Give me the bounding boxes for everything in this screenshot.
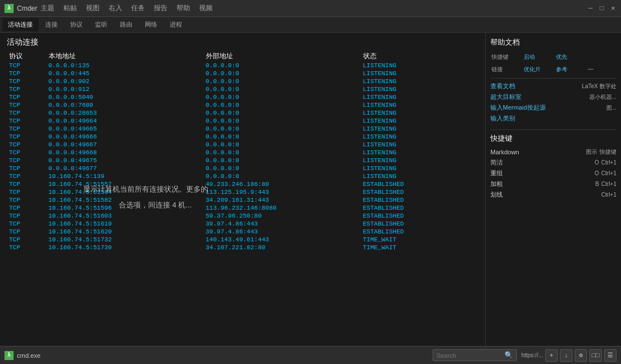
add-tab-button[interactable]: + [545,349,558,362]
divider-2 [490,129,616,130]
header-local: 本地地址 [46,51,204,62]
table-row: TCP 0.0.0.0:49666 0.0.0.0:0 LISTENING [7,133,478,141]
shortcut-label-strike: 划线 [490,190,597,199]
help-link-label-3[interactable]: 输入Mermaid按起源 [490,103,604,112]
status-cmd-label: cmd.exe [17,352,41,359]
shortcut-detail-simple: Ctrl+1 [601,159,616,166]
tab-network[interactable]: 网络 [139,18,163,31]
table-row: TCP 0.0.0.0:5040 0.0.0.0:0 LISTENING [7,93,478,101]
status-icon: λ [5,351,14,360]
cell-state: ESTABLISHED [361,188,479,196]
cell-local: 10.160.74.5:51557 [46,180,204,188]
search-icon[interactable]: 🔍 [504,351,513,359]
settings-button[interactable]: ⚙ [575,349,587,362]
cell-foreign: 0.0.0.0:0 [204,85,361,93]
status-url: https://... [521,352,543,358]
shortcut-key-simple: O [594,159,599,166]
help-section: 帮助文档 快捷键 启动 优先 链接 优化片 参考 — 查看文档 LaTeX 数字… [490,37,616,123]
cell-state: ESTABLISHED [361,228,479,236]
menu-video[interactable]: 视频 [199,3,213,13]
cell-state: LISTENING [361,77,479,85]
cell-local: 0.0.0.0:49675 [46,157,204,164]
table-row: TCP 10.160.74.5:51564 113.125.195.9:443 … [7,188,478,196]
title-text: Cmder [17,5,37,12]
tab-listen[interactable]: 监听 [89,18,113,31]
menu-help[interactable]: 帮助 [176,3,190,13]
help-item-shortcuts: 快捷键 [490,52,520,62]
divider-1 [490,78,616,79]
shortcut-row-simple: 简洁 O Ctrl+1 [490,158,616,167]
menu-button[interactable]: ☰ [604,349,616,362]
cell-proto: TCP [7,196,46,204]
cell-foreign: 0.0.0.0:0 [204,149,361,157]
help-link-optimize[interactable]: 优化片 [523,64,553,75]
menu-paste[interactable]: 粘贴 [63,3,77,13]
cell-local: 0.0.0.0:49664 [46,117,204,125]
cell-local: 0.0.0.0:7680 [46,101,204,109]
cell-state: ESTABLISHED [361,204,479,212]
menu-bar: 活动连接 连接 协议 监听 路由 网络 进程 [0,17,621,33]
menu-right[interactable]: 右入 [109,3,122,13]
split-button[interactable]: □□ [589,349,602,362]
cell-foreign: 34.209.161.31:443 [204,196,361,204]
help-link-priority[interactable]: 优先 [555,52,585,62]
help-link-label-4[interactable]: 输入类别 [490,114,616,123]
help-divider: — [586,64,616,75]
minimize-button[interactable]: — [587,5,594,12]
shortcut-detail-bold: Ctrl+1 [601,181,616,187]
menu-view[interactable]: 视图 [86,3,100,13]
shortcut-row-markdown: Markdown 图示 快捷键 [490,148,616,156]
cell-foreign: 113.125.195.9:443 [204,188,361,196]
title-bar-menu: 主题 粘贴 视图 右入 任务 报告 帮助 视频 [41,3,213,13]
help-link-row-4: 输入类别 [490,114,616,123]
cell-proto: TCP [7,157,46,164]
help-item-link: 链接 [490,64,520,75]
shortcut-detail-reorg: Ctrl+1 [601,170,616,176]
help-link-reference[interactable]: 参考 [555,64,585,75]
help-link-label-1[interactable]: 查看文档 [490,82,580,90]
cell-foreign: 0.0.0.0:0 [204,172,361,180]
tab-route[interactable]: 路由 [114,18,138,31]
tab-connections[interactable]: 连接 [40,18,63,31]
shortcut-label-simple: 简洁 [490,158,592,167]
cell-state: TIME_WAIT [361,236,479,244]
cell-local: 0.0.0.0:445 [46,70,204,77]
tab-process[interactable]: 进程 [164,18,188,31]
help-link-row-3: 输入Mermaid按起源 图... [490,103,616,112]
close-button[interactable]: ✕ [610,5,616,12]
cell-proto: TCP [7,101,46,109]
menu-theme[interactable]: 主题 [41,3,54,13]
cell-proto: TCP [7,228,46,236]
cell-foreign: 0.0.0.0:0 [204,141,361,149]
cell-foreign: 49.233.246.186:80 [204,180,361,188]
right-sidebar: 帮助文档 快捷键 启动 优先 链接 优化片 参考 — 查看文档 LaTeX 数字… [485,33,621,346]
cell-local: 10.160.74.5:51596 [46,204,204,212]
cell-foreign: 39.97.4.86:443 [204,228,361,236]
cell-foreign: 140.143.49.61:443 [204,236,361,244]
menu-task[interactable]: 任务 [131,3,145,13]
table-row: TCP 10.160.74.5:51596 113.96.232.146:808… [7,204,478,212]
cell-proto: TCP [7,212,46,220]
search-input[interactable] [437,352,504,359]
cell-local: 10.160.74.5:51564 [46,188,204,196]
netstat-table: 协议 本地地址 外部地址 状态 TCP 0.0.0.0:135 0.0.0.0:… [7,51,478,252]
table-row: TCP 10.160.74.5:51603 59.37.96.250:80 ES… [7,212,478,220]
cell-local: 10.160.74.5:51732 [46,236,204,244]
tab-active-connections[interactable]: 活动连接 [2,18,38,31]
table-row: TCP 0.0.0.0:7680 0.0.0.0:0 LISTENING [7,101,478,109]
download-button[interactable]: ↓ [560,349,572,362]
table-row: TCP 10.160.74.5:51619 39.97.4.86:443 EST… [7,220,478,228]
title-bar-left: λ Cmder 主题 粘贴 视图 右入 任务 报告 帮助 视频 [5,3,213,13]
shortcut-key-bold: B [595,181,599,187]
help-link-label-2[interactable]: 超大目标室 [490,93,587,101]
table-row: TCP 0.0.0.0:49675 0.0.0.0:0 LISTENING [7,157,478,164]
table-row: TCP 0.0.0.0:135 0.0.0.0:0 LISTENING [7,62,478,70]
menu-report[interactable]: 报告 [154,3,167,13]
cell-foreign: 0.0.0.0:0 [204,133,361,141]
maximize-button[interactable]: □ [598,5,605,12]
cell-local: 0.0.0.0:902 [46,77,204,85]
search-box[interactable]: 🔍 [433,349,517,361]
tab-protocol[interactable]: 协议 [64,18,88,31]
help-link-start[interactable]: 启动 [523,52,553,62]
shortcut-key-reorg: O [594,170,599,176]
